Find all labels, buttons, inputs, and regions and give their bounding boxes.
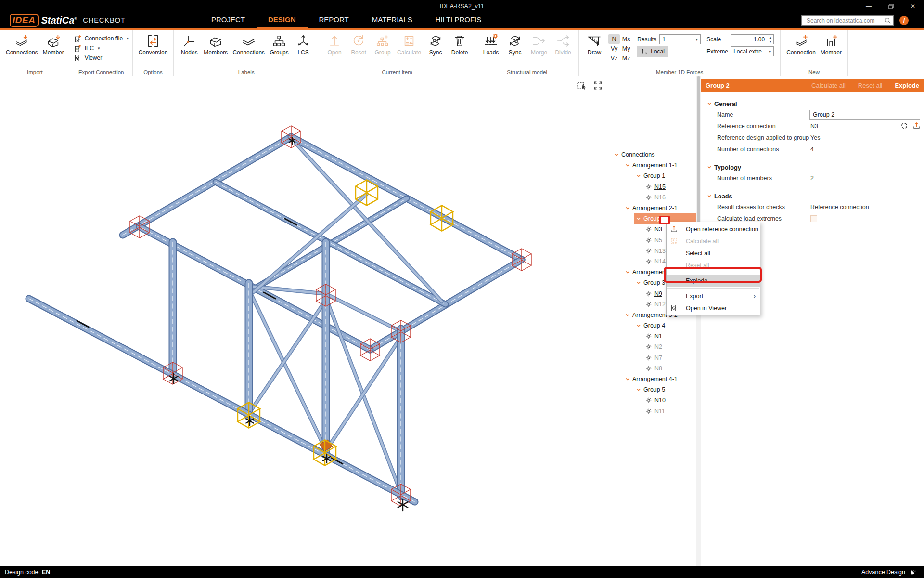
tree-branch-group-1[interactable]: Group 1 — [610, 171, 696, 181]
plug-icon — [909, 568, 917, 577]
new-member-icon — [824, 34, 838, 48]
tab-project[interactable]: PROJECT — [200, 13, 257, 28]
force-mz-toggle[interactable]: Mz — [620, 53, 632, 63]
delete-icon — [452, 34, 467, 48]
calculate-button[interactable]: Calculate — [395, 32, 424, 57]
draw-button[interactable]: Draw — [582, 32, 606, 57]
section-title[interactable]: General — [701, 98, 924, 109]
labels-nodes-button[interactable]: Nodes — [177, 32, 201, 57]
export-connection-file-button[interactable]: Connection file▾ — [74, 34, 129, 43]
labels-connections-button[interactable]: Connections — [230, 32, 267, 57]
tab-hilti-profis[interactable]: HILTI PROFIS — [424, 13, 493, 28]
tree-node-n16[interactable]: N16 — [610, 192, 696, 203]
menu-item-calculate-all[interactable]: Calculate all — [667, 235, 760, 247]
labels-groups-button[interactable]: Groups — [267, 32, 291, 57]
extreme-select[interactable]: Local extre... ▾ — [731, 46, 774, 56]
reset-button[interactable]: Reset — [346, 32, 371, 57]
tab-report[interactable]: REPORT — [308, 13, 360, 28]
tree-node-n2[interactable]: N2 — [610, 342, 696, 352]
title-bar: IDEA-RSA2_v11 — ✕ — [0, 0, 924, 13]
property-row-name: Name — [701, 109, 924, 120]
export-ifc-button[interactable]: IFC IFC▾ — [74, 43, 129, 53]
force-vz-toggle[interactable]: Vz — [608, 53, 620, 63]
checkbox[interactable] — [810, 215, 817, 222]
tab-design[interactable]: DESIGN — [257, 13, 308, 28]
section-title[interactable]: Typology — [701, 162, 924, 172]
reset-all-action[interactable]: Reset all — [858, 82, 883, 89]
tree-node-n8[interactable]: N8 — [610, 363, 696, 374]
labels-members-button[interactable]: Members — [201, 32, 230, 57]
info-button[interactable]: i — [899, 16, 909, 25]
chevron-down-icon[interactable]: ▾ — [98, 46, 100, 51]
scale-stepper[interactable]: 1.00 ▲▼ — [731, 34, 774, 44]
menu-item-open-in-viewer[interactable]: Open in Viewer — [667, 302, 760, 314]
delete-button[interactable]: Delete — [448, 32, 472, 57]
plugin-link[interactable]: Advance Design — [861, 568, 917, 577]
properties-title: Group 2 — [706, 82, 799, 89]
draw-diagram-icon — [587, 34, 602, 48]
loads-button[interactable]: Loads — [479, 32, 503, 57]
new-member-button[interactable]: Member — [818, 32, 844, 57]
menu-item-open-reference-connection[interactable]: Open reference connection — [667, 223, 760, 235]
app-header: IDEA StatiCa® CHECKBOT PROJECT DESIGN RE… — [0, 13, 924, 28]
connections-label-icon — [242, 34, 256, 48]
group-button[interactable]: Group — [371, 32, 395, 57]
chevron-down-icon — [625, 206, 630, 210]
force-vy-toggle[interactable]: Vy — [608, 44, 620, 53]
calculate-icon — [670, 237, 678, 245]
ribbon-group-options: Conversion Options — [133, 30, 174, 76]
results-select[interactable]: 1 ▾ — [659, 34, 701, 44]
sync-current-button[interactable]: Sync — [424, 32, 448, 57]
tree-node-n1[interactable]: N1 — [610, 331, 696, 342]
chevron-down-icon — [636, 387, 641, 392]
tab-materials[interactable]: MATERIALS — [360, 13, 424, 28]
tree-branch-group-4[interactable]: Group 4 — [610, 320, 696, 331]
import-connections-button[interactable]: Connections — [3, 32, 40, 57]
import-member-button[interactable]: Member — [40, 32, 66, 57]
menu-item-select-all[interactable]: Select all — [667, 247, 760, 259]
name-input[interactable] — [809, 110, 920, 120]
export-viewer-button[interactable]: Viewer — [74, 53, 129, 63]
logo-product: CHECKBOT — [83, 16, 126, 24]
tree-branch-arrangement-1-1[interactable]: Arrangement 1-1 — [610, 160, 696, 171]
labels-lcs-button[interactable]: LCS — [291, 32, 315, 57]
menu-item-export[interactable]: Export› — [667, 290, 760, 302]
close-button[interactable]: ✕ — [902, 0, 924, 13]
select-tool-button[interactable] — [576, 79, 588, 92]
chevron-down-icon[interactable]: ▾ — [127, 36, 129, 41]
group-icon — [375, 34, 390, 48]
force-n-toggle[interactable]: N — [608, 34, 620, 44]
tree-branch-arrangement-2-1[interactable]: Arrangement 2-1 — [610, 203, 696, 213]
search-icon[interactable] — [885, 17, 891, 24]
local-toggle-button[interactable]: Local — [637, 46, 668, 57]
tree-node-n15[interactable]: N15 — [610, 182, 696, 192]
divide-button[interactable]: Divide — [551, 32, 575, 57]
section-title[interactable]: Loads — [701, 191, 924, 201]
force-my-toggle[interactable]: My — [620, 44, 632, 53]
conversion-button[interactable]: Conversion — [136, 32, 170, 57]
gear-icon — [646, 291, 652, 297]
model-viewport[interactable]: ▾ — [0, 76, 701, 566]
tree-node-n10[interactable]: N10 — [610, 395, 696, 406]
minimize-button[interactable]: — — [858, 0, 880, 13]
sync-structural-button[interactable]: Sync — [503, 32, 527, 57]
restore-button[interactable] — [880, 0, 902, 13]
search-input[interactable] — [806, 17, 885, 25]
tree-branch-group-5[interactable]: Group 5 — [610, 384, 696, 395]
property-row-reference-design-applied-to-group: Reference design applied to groupYes — [701, 132, 924, 144]
tree-node-n11[interactable]: N11 — [610, 406, 696, 417]
new-connection-button[interactable]: Connection — [784, 32, 818, 57]
calculate-all-action[interactable]: Calculate all — [811, 82, 846, 89]
fit-view-button[interactable] — [591, 79, 604, 92]
force-mx-toggle[interactable]: Mx — [620, 34, 632, 44]
stepper-arrows[interactable]: ▲▼ — [767, 35, 773, 44]
tree-branch-arrangement-4-1[interactable]: Arrangement 4-1 — [610, 374, 696, 384]
explode-action[interactable]: Explode — [895, 82, 919, 89]
ribbon-tabs: PROJECT DESIGN REPORT MATERIALS HILTI PR… — [200, 13, 493, 28]
tree-node-n7[interactable]: N7 — [610, 353, 696, 363]
open-button[interactable]: Open — [322, 32, 346, 57]
tree-branch-connections[interactable]: Connections — [610, 149, 696, 160]
merge-button[interactable]: Merge — [527, 32, 551, 57]
tree-scrollbar[interactable] — [696, 76, 701, 566]
nodes-label-icon — [182, 34, 196, 48]
